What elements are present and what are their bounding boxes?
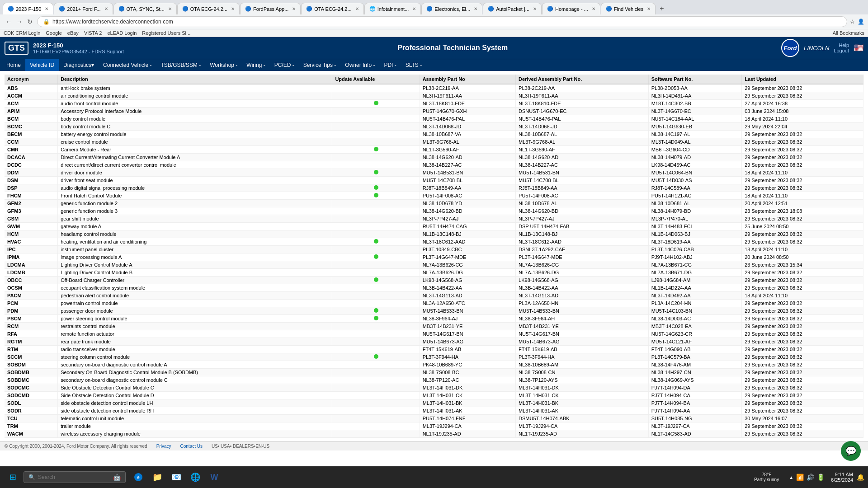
forward-button[interactable]: → bbox=[14, 17, 24, 26]
tab-6[interactable]: 🔵 OTA ECG-24.2... ✕ bbox=[301, 3, 363, 14]
table-row[interactable]: SODL side obstacle detection control mod… bbox=[5, 399, 863, 407]
bookmark-ebay[interactable]: eBay bbox=[67, 30, 79, 36]
taskbar-clock[interactable]: 9:11 AM 6/25/2024 bbox=[831, 472, 853, 483]
tab-9[interactable]: 🔵 AutoiPacket |... ✕ bbox=[483, 3, 542, 14]
tab-close-9[interactable]: ✕ bbox=[533, 6, 537, 11]
bookmark-google[interactable]: Google bbox=[46, 30, 61, 36]
nav-owner-info[interactable]: Owner Info - bbox=[340, 59, 379, 71]
volume-icon[interactable]: 🔊 bbox=[807, 474, 814, 481]
taskbar-search-input[interactable] bbox=[38, 474, 110, 480]
help-link[interactable]: Help bbox=[839, 42, 849, 48]
table-row[interactable]: PCM powertrain control module NL3A-12A65… bbox=[5, 300, 863, 307]
nav-vehicle-id[interactable]: Vehicle ID bbox=[25, 59, 59, 71]
tab-close-2[interactable]: ✕ bbox=[104, 6, 108, 11]
table-row[interactable]: RTM radio transceiver module FT4T-15K619… bbox=[5, 346, 863, 353]
table-row[interactable]: SOBDMB Secondary On-Board Diagnostic Con… bbox=[5, 369, 863, 376]
table-row[interactable]: SODCMC Side Obstacle Detection Control M… bbox=[5, 384, 863, 392]
all-bookmarks[interactable]: All Bookmarks bbox=[833, 30, 864, 36]
nav-pdi[interactable]: PDI - bbox=[379, 59, 401, 71]
tab-11[interactable]: 🔵 Find Vehicles ✕ bbox=[601, 3, 656, 14]
tab-8[interactable]: 🔵 Electronics, El... ✕ bbox=[421, 3, 482, 14]
nav-wiring[interactable]: Wiring - bbox=[242, 59, 269, 71]
start-button[interactable]: ⊞ bbox=[4, 468, 22, 486]
table-row[interactable]: WACM wireless accessory charging module … bbox=[5, 430, 863, 438]
table-row[interactable]: LDCMA Lighting Driver Control Module A N… bbox=[5, 261, 863, 269]
nav-home[interactable]: Home bbox=[2, 59, 25, 71]
table-row[interactable]: SODR side obstacle detection control mod… bbox=[5, 407, 863, 415]
tab-close-3[interactable]: ✕ bbox=[168, 6, 172, 11]
bookmark-vista2[interactable]: VISTA 2 bbox=[84, 30, 102, 36]
logout-link[interactable]: Logout bbox=[834, 48, 849, 53]
tab-close-11[interactable]: ✕ bbox=[647, 6, 651, 11]
network-icon[interactable]: 📶 bbox=[796, 474, 804, 481]
tab-7[interactable]: 🌐 Infotainment... ✕ bbox=[364, 3, 421, 14]
table-row[interactable]: BCMC body control module C NL3T-14D068-J… bbox=[5, 123, 863, 131]
table-row[interactable]: RGTM rear gate trunk module MU5T-14B673-… bbox=[5, 338, 863, 346]
table-row[interactable]: RFA remote function actuator NU5T-14G617… bbox=[5, 330, 863, 338]
taskbar-chrome-app[interactable]: 🌐 bbox=[186, 468, 204, 486]
table-row[interactable]: TCU telematic control unit module PU5T-1… bbox=[5, 415, 863, 422]
table-row[interactable]: DCACA Direct Current/Alternating Current… bbox=[5, 154, 863, 161]
table-row[interactable]: SOBDMC secondary on-board diagnostic con… bbox=[5, 376, 863, 384]
taskbar-edge-app[interactable]: e bbox=[129, 468, 147, 486]
tab-10[interactable]: 🔵 Homepage - ... ✕ bbox=[542, 3, 600, 14]
nav-workshop[interactable]: Workshop - bbox=[205, 59, 242, 71]
tab-2[interactable]: 🔵 2021+ Ford F... ✕ bbox=[54, 3, 113, 14]
table-row[interactable]: CCM cruise control module ML3T-9G768-AL … bbox=[5, 138, 863, 146]
table-row[interactable]: GSM gear shift module NL3P-7P427-AJ NL3P… bbox=[5, 215, 863, 223]
table-row[interactable]: IPMA image processing module A PL3T-14G6… bbox=[5, 253, 863, 261]
profile-icon[interactable]: 👤 bbox=[858, 19, 864, 25]
table-row[interactable]: SCCM steering column control module PL3T… bbox=[5, 353, 863, 361]
table-row[interactable]: FHCM Front Hatch Control Module PU5T-14F… bbox=[5, 192, 863, 200]
table-row[interactable]: ACCM air conditioning control module NL3… bbox=[5, 92, 863, 100]
tab-5[interactable]: 🔵 FordPass App... ✕ bbox=[240, 3, 301, 14]
taskbar-search-bar[interactable]: 🔍 🤖 bbox=[24, 471, 126, 483]
taskbar-explorer-app[interactable]: 📁 bbox=[148, 468, 166, 486]
table-row[interactable]: IPC instrument panel cluster PL3T-10849-… bbox=[5, 246, 863, 253]
privacy-link[interactable]: Privacy bbox=[156, 444, 171, 449]
nav-tsb[interactable]: TSB/GSB/SSM - bbox=[156, 59, 205, 71]
table-row[interactable]: CMR Camera Module - Rear NL1T-3G590-AF N… bbox=[5, 146, 863, 154]
taskbar-outlook-app[interactable]: 📧 bbox=[167, 468, 185, 486]
table-row[interactable]: OBCC Off-Board Charger Controller LK98-1… bbox=[5, 277, 863, 284]
table-row[interactable]: PACM pedestrian alert control module NL3… bbox=[5, 292, 863, 300]
table-row[interactable]: DDM driver door module MU5T-14B531-BN MU… bbox=[5, 169, 863, 177]
table-row[interactable]: ABS anti-lock brake system PL38-2C219-AA… bbox=[5, 84, 863, 92]
table-row[interactable]: GFM3 generic function module 3 NL38-14G6… bbox=[5, 207, 863, 215]
table-row[interactable]: BECM battery energy control module NL38-… bbox=[5, 131, 863, 138]
tab-close-4[interactable]: ✕ bbox=[231, 6, 235, 11]
table-row[interactable]: GFM2 generic function module 2 NL38-10D6… bbox=[5, 200, 863, 207]
bookmark-registered[interactable]: Registered Users Si... bbox=[142, 30, 190, 36]
tab-close[interactable]: ✕ bbox=[45, 6, 48, 11]
tab-close-5[interactable]: ✕ bbox=[292, 6, 296, 11]
table-row[interactable]: RCM restraints control module MB3T-14B23… bbox=[5, 323, 863, 330]
bookmark-icon[interactable]: ☆ bbox=[850, 19, 855, 25]
nav-diagnostics[interactable]: Diagnostics▾ bbox=[59, 59, 99, 71]
chat-button[interactable]: 💬 bbox=[841, 441, 861, 461]
table-row[interactable]: HCM headlamp control module NL1B-13C148-… bbox=[5, 230, 863, 238]
table-row[interactable]: PSCM power steering control module NL38-… bbox=[5, 315, 863, 323]
nav-slts[interactable]: SLTS - bbox=[401, 59, 426, 71]
table-row[interactable]: GWM gateway module A RU5T-14H474-CAG DSP… bbox=[5, 223, 863, 230]
reload-button[interactable]: ↻ bbox=[25, 17, 34, 26]
table-row[interactable]: LDCMB Lighting Driver Control Module B N… bbox=[5, 269, 863, 277]
table-row[interactable]: ACM audio front control module NL3T-18K8… bbox=[5, 100, 863, 108]
tab-close-10[interactable]: ✕ bbox=[592, 6, 595, 11]
table-row[interactable]: SODCMD Side Obstacle Detection Control M… bbox=[5, 392, 863, 399]
nav-pced[interactable]: PC/ED - bbox=[270, 59, 299, 71]
tab-4[interactable]: 🔵 OTA ECG-24.2... ✕ bbox=[177, 3, 240, 14]
table-row[interactable]: SOBDM secondary on-board diagnostic cont… bbox=[5, 361, 863, 369]
taskbar-word-app[interactable]: W bbox=[205, 468, 223, 486]
tab-close-7[interactable]: ✕ bbox=[412, 6, 416, 11]
address-bar[interactable]: 🔒 https://www.fordtechservice.dealerconn… bbox=[37, 16, 847, 27]
tab-close-8[interactable]: ✕ bbox=[474, 6, 477, 11]
nav-connected-vehicle[interactable]: Connected Vehicle - bbox=[99, 59, 156, 71]
table-row[interactable]: BCM body control module NU5T-14B476-PAL … bbox=[5, 115, 863, 123]
new-tab-button[interactable]: + bbox=[656, 3, 667, 14]
back-button[interactable]: ← bbox=[4, 17, 14, 26]
chevron-icon[interactable]: ▲ bbox=[789, 475, 793, 480]
table-row[interactable]: DSM driver front seat module MU5T-14C708… bbox=[5, 177, 863, 184]
table-row[interactable]: APIM Accessory Protocol Interface Module… bbox=[5, 108, 863, 115]
tab-close-6[interactable]: ✕ bbox=[355, 6, 359, 11]
tab-active[interactable]: 🔵 2023 F-150 ✕ bbox=[3, 3, 53, 14]
